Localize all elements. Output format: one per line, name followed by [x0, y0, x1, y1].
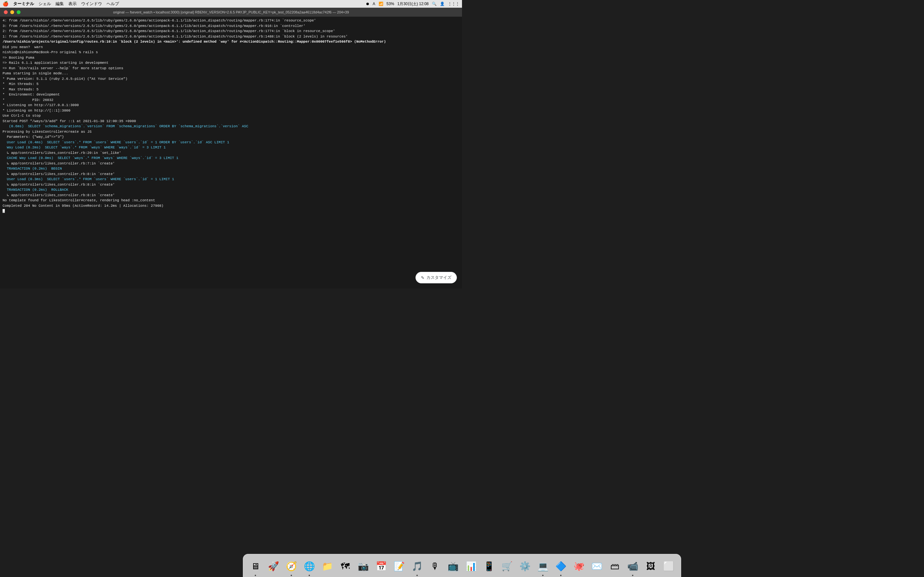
terminal-line: Did you mean? warn	[3, 45, 459, 50]
terminal-line: Completed 204 No Content in 95ms (Active…	[3, 203, 459, 209]
terminal-line: => Booting Puma	[3, 55, 459, 61]
user-avatar: 👤	[440, 2, 445, 6]
terminal-line: ↳ app/controllers/likes_controller.rb:20…	[3, 150, 459, 156]
terminal-line: TRANSACTION (0.2ms) ROLLBACK	[3, 187, 459, 193]
terminal-line: => Rails 6.1.1 application starting in d…	[3, 60, 459, 66]
terminal-title: original — fsevent_watch • localhost:300…	[113, 10, 349, 14]
terminal-line: * PID: 26032	[3, 97, 459, 103]
terminal-line: 1: from /Users/nishio/.rbenv/versions/2.…	[3, 34, 459, 39]
apple-menu[interactable]: 🍎	[3, 1, 9, 7]
terminal-line: (0.6ms) SELECT `schema_migrations`.`vers…	[3, 124, 459, 129]
menu-bar-right: ⏺ A 📶 53% 1月30日(土) 12:08 🔍 👤 ⋮⋮⋮	[366, 1, 459, 7]
terminal-line: ↳ app/controllers/likes_controller.rb:8:…	[3, 171, 459, 177]
app-name[interactable]: ターミナル	[13, 1, 34, 7]
terminal-line: TRANSACTION (0.2ms) BEGIN	[3, 166, 459, 171]
terminal-line: No template found for LikesController#cr…	[3, 198, 459, 203]
customize-pencil-icon: ✎	[421, 276, 425, 280]
menu-help[interactable]: ヘルプ	[107, 1, 119, 7]
terminal-minimize-button[interactable]	[10, 10, 14, 14]
wifi-icon: 📶	[379, 2, 383, 6]
customize-button[interactable]: ✎ カスタマイズ	[415, 272, 457, 284]
control-center-icon[interactable]: ⋮⋮⋮	[448, 2, 459, 6]
search-icon[interactable]: 🔍	[432, 2, 437, 6]
terminal-line: * Max threads: 5	[3, 87, 459, 92]
terminal-line: Parameters: {"way_id"=>"3"}	[3, 134, 459, 140]
screen-record-icon: ⏺	[366, 2, 370, 6]
menu-bar-left: 🍎 ターミナル シェル 編集 表示 ウインドウ ヘルプ	[3, 1, 119, 7]
terminal-window: original — fsevent_watch • localhost:300…	[0, 8, 462, 288]
terminal-line: 3: from /Users/nishio/.rbenv/versions/2.…	[3, 23, 459, 29]
menu-edit[interactable]: 編集	[55, 1, 64, 7]
terminal-line: Puma starting in single mode...	[3, 71, 459, 76]
datetime: 1月30日(土) 12:08	[397, 1, 429, 7]
terminal-line: 4: from /Users/nishio/.rbenv/versions/2.…	[3, 18, 459, 23]
terminal-body[interactable]: 4: from /Users/nishio/.rbenv/versions/2.…	[0, 17, 462, 288]
terminal-close-button[interactable]	[4, 10, 8, 14]
terminal-line: ↳ app/controllers/likes_controller.rb:7:…	[3, 161, 459, 166]
menu-bar: 🍎 ターミナル シェル 編集 表示 ウインドウ ヘルプ ⏺ A 📶 53% 1月…	[0, 0, 462, 8]
terminal-line: => Run `bin/rails server --help` for mor…	[3, 66, 459, 71]
menu-view[interactable]: 表示	[68, 1, 77, 7]
terminal-line: * Listening on http://127.0.0.1:3000	[3, 103, 459, 108]
battery-status: 53%	[387, 2, 394, 6]
terminal-line: ↳ app/controllers/likes_controller.rb:8:…	[3, 182, 459, 187]
terminal-line: * Listening on http://[::1]:3000	[3, 108, 459, 113]
terminal-line: _	[3, 208, 459, 214]
terminal-line: 2: from /Users/nishio/.rbenv/versions/2.…	[3, 29, 459, 34]
menu-window[interactable]: ウインドウ	[81, 1, 102, 7]
terminal-line: Way Load (0.2ms) SELECT `ways`.* FROM `w…	[3, 145, 459, 150]
terminal-line: Processing by LikesController#create as …	[3, 129, 459, 135]
menu-shell[interactable]: シェル	[39, 1, 51, 7]
accessibility-icon: A	[373, 2, 375, 6]
terminal-line: CACHE Way Load (0.0ms) SELECT `ways`.* F…	[3, 155, 459, 161]
terminal-line: /Users/nishio/projects/original/config/r…	[3, 39, 459, 45]
terminal-line: nishio@nishionoMacBook-Pro original % ra…	[3, 50, 459, 55]
terminal-line: Use Ctrl-C to stop	[3, 113, 459, 119]
terminal-maximize-button[interactable]	[17, 10, 21, 14]
terminal-line: User Load (0.3ms) SELECT `users`.* FROM …	[3, 177, 459, 182]
terminal-line: * Environment: development	[3, 92, 459, 97]
terminal-line: Started POST "/ways/3/add" for ::1 at 20…	[3, 119, 459, 124]
customize-label: カスタマイズ	[426, 275, 451, 280]
terminal-line: User Load (0.4ms) SELECT `users`.* FROM …	[3, 140, 459, 145]
terminal-line: ↳ app/controllers/likes_controller.rb:8:…	[3, 193, 459, 198]
terminal-line: * Puma version: 5.1.1 (ruby 2.6.5-p114) …	[3, 76, 459, 82]
terminal-line: * Min threads: 5	[3, 81, 459, 87]
terminal-title-bar: original — fsevent_watch • localhost:300…	[0, 8, 462, 17]
